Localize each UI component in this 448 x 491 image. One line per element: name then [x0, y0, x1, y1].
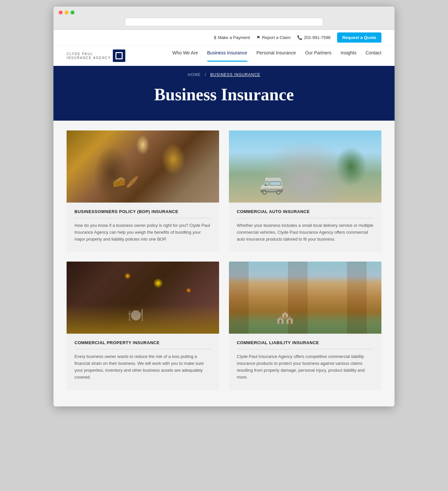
nav-item-who-we-are[interactable]: Who We Are: [172, 50, 198, 62]
close-button[interactable]: [59, 10, 63, 14]
card-desc-bop: How do you know if a business owner poli…: [74, 222, 211, 243]
nav-item-personal-insurance[interactable]: Personal Insurance: [256, 50, 296, 62]
browser-buttons: [59, 10, 389, 14]
breadcrumb-current: BUSINESS INSURANCE: [210, 72, 260, 77]
card-image-bop: [67, 130, 219, 203]
page-title: Business Insurance: [67, 85, 381, 104]
nav-link-insights[interactable]: Insights: [341, 50, 356, 62]
phone-icon: 📞: [297, 35, 302, 40]
report-claim-link[interactable]: ⚑ Report a Claim: [256, 35, 291, 40]
card-content-bop: BUSINESSOWNERS POLICY (BOP) INSURANCE Ho…: [67, 203, 219, 252]
hero-section: HOME / BUSINESS INSURANCE Business Insur…: [53, 66, 395, 121]
logo-text-block: CLYDE PAUL INSURANCE AGENCY: [67, 52, 111, 60]
card-title-commercial-liability: COMMERCIAL LIABILITY INSURANCE: [237, 340, 374, 349]
nav-link-personal-insurance[interactable]: Personal Insurance: [256, 50, 296, 62]
card-title-bop: BUSINESSOWNERS POLICY (BOP) INSURANCE: [74, 209, 211, 218]
nav-link-who-we-are[interactable]: Who We Are: [172, 50, 198, 62]
logo-icon: [113, 49, 125, 62]
card-image-commercial-property: [67, 262, 219, 334]
card-content-commercial-auto: COMMERCIAL AUTO INSURANCE Whether your b…: [229, 203, 381, 252]
make-payment-label: Make a Payment: [218, 35, 250, 40]
card-content-commercial-property: COMMERCIAL PROPERTY INSURANCE Every busi…: [67, 334, 219, 390]
breadcrumb-separator: /: [205, 72, 206, 77]
dollar-icon: $: [214, 35, 216, 40]
address-bar[interactable]: [125, 18, 323, 26]
phone-link[interactable]: 📞 201-991-7598: [297, 35, 331, 40]
breadcrumb-home[interactable]: HOME: [188, 72, 201, 77]
nav-item-business-insurance[interactable]: Business Insurance: [207, 50, 247, 62]
browser-window: $ Make a Payment ⚑ Report a Claim 📞 201-…: [53, 7, 395, 406]
utility-bar: $ Make a Payment ⚑ Report a Claim 📞 201-…: [53, 30, 395, 45]
nav-item-contact[interactable]: Contact: [366, 50, 381, 62]
request-quote-button[interactable]: Request a Quote: [337, 32, 381, 43]
logo-icon-inner: [115, 52, 123, 59]
minimize-button[interactable]: [65, 10, 69, 14]
card-image-commercial-auto: [229, 130, 381, 203]
card-desc-commercial-liability: Clyde Paul Insurance Agency offers compe…: [237, 353, 374, 381]
maximize-button[interactable]: [71, 10, 74, 14]
nav-links: Who We Are Business Insurance Personal I…: [172, 50, 381, 62]
main-navigation: CLYDE PAUL INSURANCE AGENCY Who We Are B…: [53, 45, 395, 66]
logo-name: CLYDE PAUL INSURANCE AGENCY: [67, 52, 111, 60]
site-content: $ Make a Payment ⚑ Report a Claim 📞 201-…: [53, 30, 395, 406]
flag-icon: ⚑: [256, 35, 260, 40]
phone-number: 201-991-7598: [304, 35, 331, 40]
logo[interactable]: CLYDE PAUL INSURANCE AGENCY: [67, 46, 125, 66]
card-commercial-auto[interactable]: COMMERCIAL AUTO INSURANCE Whether your b…: [229, 130, 381, 252]
make-payment-link[interactable]: $ Make a Payment: [214, 35, 250, 40]
cards-grid: BUSINESSOWNERS POLICY (BOP) INSURANCE Ho…: [67, 121, 381, 390]
card-desc-commercial-auto: Whether your business includes a small l…: [237, 222, 374, 243]
card-desc-commercial-property: Every business owner wants to reduce the…: [74, 353, 211, 381]
cards-section: BUSINESSOWNERS POLICY (BOP) INSURANCE Ho…: [53, 121, 395, 406]
logo-name-text: CLYDE PAUL: [67, 52, 111, 56]
logo-subtitle: INSURANCE AGENCY: [67, 56, 111, 60]
nav-item-our-partners[interactable]: Our Partners: [305, 50, 331, 62]
nav-link-contact[interactable]: Contact: [366, 50, 381, 62]
report-claim-label: Report a Claim: [262, 35, 291, 40]
card-title-commercial-auto: COMMERCIAL AUTO INSURANCE: [237, 209, 374, 218]
nav-link-business-insurance[interactable]: Business Insurance: [207, 50, 247, 62]
card-image-commercial-liability: [229, 262, 381, 334]
card-content-commercial-liability: COMMERCIAL LIABILITY INSURANCE Clyde Pau…: [229, 334, 381, 390]
breadcrumb: HOME / BUSINESS INSURANCE: [67, 72, 381, 77]
card-title-commercial-property: COMMERCIAL PROPERTY INSURANCE: [74, 340, 211, 349]
nav-item-insights[interactable]: Insights: [341, 50, 356, 62]
browser-chrome: [53, 7, 395, 30]
card-bop[interactable]: BUSINESSOWNERS POLICY (BOP) INSURANCE Ho…: [67, 130, 219, 252]
nav-link-our-partners[interactable]: Our Partners: [305, 50, 331, 62]
card-commercial-liability[interactable]: COMMERCIAL LIABILITY INSURANCE Clyde Pau…: [229, 262, 381, 390]
card-commercial-property[interactable]: COMMERCIAL PROPERTY INSURANCE Every busi…: [67, 262, 219, 390]
